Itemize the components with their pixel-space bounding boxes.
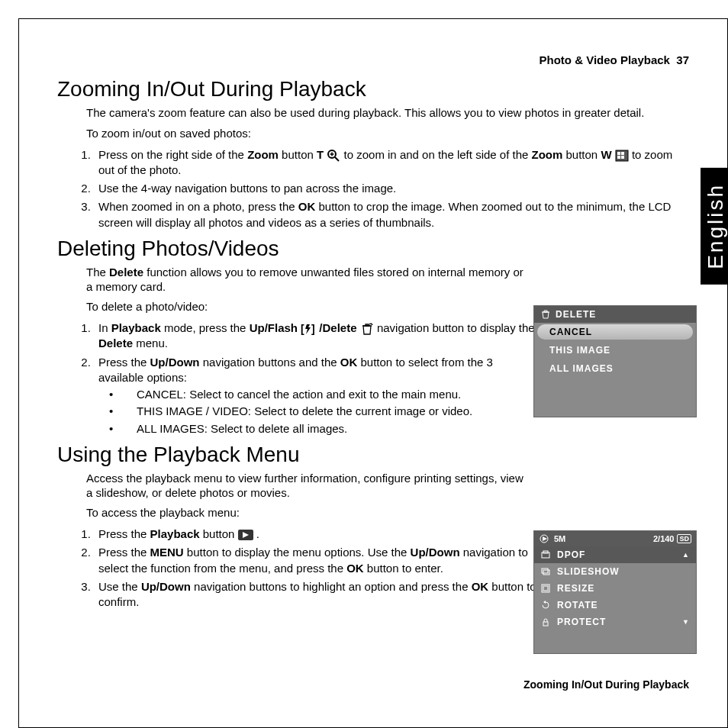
lcd1-row-cancel: CANCEL: [537, 324, 693, 340]
zoom-step-2: Use the 4-way navigation buttons to pan …: [94, 181, 689, 196]
up-arrow-icon: ▲: [682, 551, 690, 559]
language-tab: English: [701, 168, 728, 285]
section-body-delete: The Delete function allows you to remove…: [86, 266, 529, 314]
resize-icon: [540, 583, 551, 594]
section-title-zoom: Zooming In/Out During Playback: [57, 77, 689, 101]
svg-marker-14: [543, 536, 547, 541]
section-body-zoom: The camera's zoom feature can also be us…: [86, 106, 689, 141]
menu-intro: Access the playback menu to view further…: [86, 472, 529, 501]
svg-rect-5: [617, 152, 620, 155]
trash-mini-icon: [540, 309, 551, 320]
dpof-icon: [540, 549, 551, 560]
svg-text:]: ]: [311, 323, 315, 335]
lcd2-row-rotate: ROTATE: [534, 597, 696, 614]
playback-icon: [238, 530, 253, 540]
zoom-step-1: Press on the right side of the Zoom butt…: [94, 147, 689, 179]
lcd1-row-all: ALL IMAGES: [534, 359, 696, 378]
rotate-icon: [540, 600, 551, 610]
lcd2-row-resize: RESIZE: [534, 580, 696, 597]
thumbnail-grid-icon: [615, 150, 629, 162]
zoom-intro: The camera's zoom feature can also be us…: [86, 106, 689, 121]
delete-lead: To delete a photo/video:: [86, 300, 529, 314]
sd-card-icon: SD: [677, 534, 691, 543]
lcd2-row-protect: PROTECT ▼: [534, 614, 696, 630]
slideshow-icon: [540, 566, 551, 577]
flash-icon: []: [301, 323, 316, 335]
delete-step-1: In Playback mode, press the Up/Flash [] …: [94, 321, 536, 352]
page-frame: Photo & Video Playback 37 English Zoomin…: [18, 18, 728, 728]
delete-intro: The Delete function allows you to remove…: [86, 266, 529, 295]
lcd2-resolution: 5M: [554, 534, 565, 543]
lcd1-row-this: THIS IMAGE: [534, 341, 696, 359]
lock-icon: [540, 617, 551, 627]
lcd1-titlebar: DELETE: [534, 306, 696, 323]
delete-step-2: Press the Up/Down navigation buttons and…: [94, 355, 536, 436]
svg-line-1: [335, 157, 339, 161]
svg-rect-17: [542, 569, 548, 573]
lcd-delete-menu: DELETE CANCEL THIS IMAGE ALL IMAGES: [533, 305, 697, 417]
svg-rect-6: [621, 152, 624, 155]
svg-rect-8: [621, 156, 624, 159]
lcd2-topbar: 5M 2/140 SD: [534, 531, 696, 546]
page-header: Photo & Video Playback 37: [57, 53, 689, 66]
delete-opt-this: THIS IMAGE / VIDEO: Select to delete the…: [123, 404, 536, 419]
trash-icon: [360, 322, 374, 336]
zoom-lead: To zoom in/out on saved photos:: [86, 127, 689, 141]
page-footer: Zooming In/Out During Playback: [523, 678, 689, 691]
delete-opt-all: ALL IMAGES: Select to delete all images.: [123, 421, 536, 436]
svg-text:[: [: [301, 323, 304, 335]
svg-rect-7: [617, 156, 620, 159]
section-title-delete: Deleting Photos/Videos: [57, 237, 689, 261]
play-mini-icon: [539, 533, 549, 544]
down-arrow-icon: ▼: [682, 618, 690, 626]
header-section: Photo & Video Playback: [540, 53, 670, 66]
lcd2-row-slideshow: SLIDESHOW: [534, 563, 696, 580]
section-title-menu: Using the Playback Menu: [57, 443, 689, 467]
section-body-menu: Access the playback menu to view further…: [86, 472, 529, 520]
zoom-steps: Press on the right side of the Zoom butt…: [57, 147, 689, 230]
menu-step-3: Use the Up/Down navigation buttons to hi…: [94, 579, 536, 610]
zoom-in-icon: [327, 149, 340, 163]
menu-steps: Press the Playback button . Press the ME…: [57, 527, 536, 610]
delete-options: CANCEL: Select to cancel the action and …: [98, 387, 536, 436]
delete-steps: In Playback mode, press the Up/Flash [] …: [57, 321, 536, 436]
lcd2-row-dpof: DPOF ▲: [534, 546, 696, 563]
lcd1-title: DELETE: [556, 309, 596, 320]
zoom-step-3: When zoomed in on a photo, press the OK …: [94, 199, 689, 230]
svg-rect-20: [543, 586, 548, 591]
header-page-num: 37: [676, 53, 689, 66]
menu-step-1: Press the Playback button .: [94, 527, 536, 542]
svg-marker-21: [543, 601, 546, 604]
lcd-playback-menu: 5M 2/140 SD DPOF ▲ SLIDESHOW RESIZE ROTA…: [533, 530, 697, 654]
lcd2-counter: 2/140: [653, 534, 675, 543]
menu-step-2: Press the MENU button to display the men…: [94, 545, 536, 576]
menu-lead: To access the playback menu:: [86, 506, 529, 520]
delete-opt-cancel: CANCEL: Select to cancel the action and …: [123, 387, 536, 402]
svg-rect-22: [543, 622, 548, 626]
svg-rect-18: [543, 570, 549, 575]
